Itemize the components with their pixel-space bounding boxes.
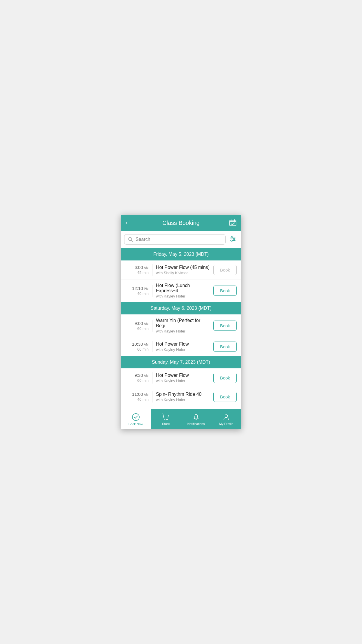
book-button: Book	[213, 265, 237, 275]
filter-button[interactable]	[228, 234, 238, 245]
class-duration: 40 min	[125, 291, 149, 296]
day-header: Friday, May 5, 2023 (MDT)	[121, 248, 241, 260]
class-row: 12:10PM40 minHot Flow (Lunch Express~4..…	[121, 279, 241, 302]
svg-point-10	[233, 238, 235, 240]
class-info: Hot Power Flowwith Kayley Hofer	[156, 342, 210, 352]
class-instructor: with Kayley Hofer	[156, 294, 210, 298]
svg-point-12	[132, 414, 139, 421]
nav-label-store: Store	[162, 422, 170, 426]
search-input[interactable]	[136, 237, 222, 242]
class-time: 6:00AM45 min	[125, 265, 149, 275]
class-name: Hot Power Flow	[156, 342, 210, 347]
class-instructor: with Kayley Hofer	[156, 329, 210, 333]
search-icon	[128, 237, 133, 242]
nav-label-my-profile: My Profile	[219, 422, 233, 426]
time-ampm: AM	[144, 266, 149, 270]
class-info: Warm Yin (Perfect for Begi...with Kayley…	[156, 318, 210, 333]
row-divider	[152, 341, 152, 352]
nav-label-notifications: Notifications	[187, 422, 205, 426]
back-button[interactable]: ‹	[125, 219, 134, 227]
nav-item-book-now[interactable]: Book Now	[121, 409, 151, 429]
class-name: Spin- Rhythm Ride 40	[156, 392, 210, 397]
svg-point-14	[167, 419, 168, 420]
book-button[interactable]: Book	[213, 392, 237, 402]
class-instructor: with Kayley Hofer	[156, 347, 210, 352]
row-divider	[152, 285, 152, 297]
book-button[interactable]: Book	[213, 342, 237, 352]
class-info: Spin- Rhythm Ride 40with Kayley Hofer	[156, 392, 210, 402]
svg-point-13	[164, 419, 165, 420]
class-duration: 40 min	[125, 397, 149, 402]
class-duration: 60 min	[125, 347, 149, 351]
time-ampm: AM	[144, 343, 149, 346]
class-instructor: with Shelly Kivimaa	[156, 271, 210, 275]
time-hour: 9:00	[134, 321, 143, 326]
calendar-icon[interactable]	[228, 219, 237, 227]
nav-item-notifications[interactable]: Notifications	[181, 409, 211, 429]
class-name: Hot Power Flow (45 mins)	[156, 265, 210, 270]
class-info: Hot Power Flow (45 mins)with Shelly Kivi…	[156, 265, 210, 275]
row-divider	[152, 264, 152, 276]
class-time: 11:00AM40 min	[125, 392, 149, 402]
nav-label-book-now: Book Now	[129, 422, 143, 426]
time-ampm: AM	[144, 322, 149, 326]
time-hour: 10:30	[132, 342, 143, 346]
time-ampm: AM	[144, 374, 149, 377]
day-header: Sunday, May 7, 2023 (MDT)	[121, 356, 241, 368]
class-time: 9:00AM60 min	[125, 321, 149, 331]
time-ampm: AM	[144, 393, 149, 396]
class-duration: 60 min	[125, 378, 149, 383]
nav-item-store[interactable]: Store	[151, 409, 181, 429]
class-duration: 45 min	[125, 270, 149, 275]
time-hour: 6:00	[134, 265, 143, 270]
class-info: Hot Flow (Lunch Express~4...with Kayley …	[156, 283, 210, 298]
row-divider	[152, 391, 152, 402]
bottom-navigation: Book Now Store Notifications My Pro	[121, 409, 241, 429]
time-hour: 12:10	[132, 286, 143, 291]
class-duration: 60 min	[125, 326, 149, 331]
class-time: 10:30AM60 min	[125, 342, 149, 351]
class-row: 9:00AM60 minWarm Yin (Perfect for Begi..…	[121, 314, 241, 337]
class-info: Hot Power Flowwith Kayley Hofer	[156, 373, 210, 383]
class-name: Hot Power Flow	[156, 373, 210, 378]
nav-item-my-profile[interactable]: My Profile	[211, 409, 242, 429]
time-hour: 11:00	[132, 392, 143, 397]
class-instructor: with Kayley Hofer	[156, 379, 210, 383]
book-button[interactable]: Book	[213, 373, 237, 383]
search-input-wrapper	[124, 234, 226, 245]
day-header: Saturday, May 6, 2023 (MDT)	[121, 302, 241, 314]
class-instructor: with Kayley Hofer	[156, 398, 210, 402]
search-bar	[121, 231, 241, 248]
class-row: 9:30AM60 minHot Power Flowwith Kayley Ho…	[121, 368, 241, 387]
page-title: Class Booking	[134, 220, 228, 226]
svg-point-15	[225, 414, 228, 417]
header: ‹ Class Booking	[121, 215, 241, 231]
class-time: 12:10PM40 min	[125, 286, 149, 296]
class-row: 6:00AM45 minHot Power Flow (45 mins)with…	[121, 260, 241, 279]
app-container: ‹ Class Booking	[121, 215, 241, 429]
row-divider	[152, 320, 152, 332]
svg-point-11	[231, 240, 233, 242]
class-row: 7:00PM60 minHot Flow + Yinwith Shelly Ki…	[121, 406, 241, 409]
time-ampm: PM	[144, 287, 149, 290]
content-scroll[interactable]: Friday, May 5, 2023 (MDT)6:00AM45 minHot…	[121, 248, 241, 409]
time-hour: 9:30	[134, 373, 143, 378]
row-divider	[152, 372, 152, 384]
book-button[interactable]: Book	[213, 321, 237, 331]
class-time: 9:30AM60 min	[125, 373, 149, 383]
svg-point-9	[231, 237, 233, 238]
svg-rect-0	[230, 220, 236, 226]
class-row: 11:00AM40 minSpin- Rhythm Ride 40with Ka…	[121, 387, 241, 406]
class-row: 10:30AM60 minHot Power Flowwith Kayley H…	[121, 337, 241, 356]
svg-line-5	[131, 240, 133, 242]
class-name: Hot Flow (Lunch Express~4...	[156, 283, 210, 293]
class-name: Warm Yin (Perfect for Begi...	[156, 318, 210, 328]
book-button[interactable]: Book	[213, 286, 237, 296]
